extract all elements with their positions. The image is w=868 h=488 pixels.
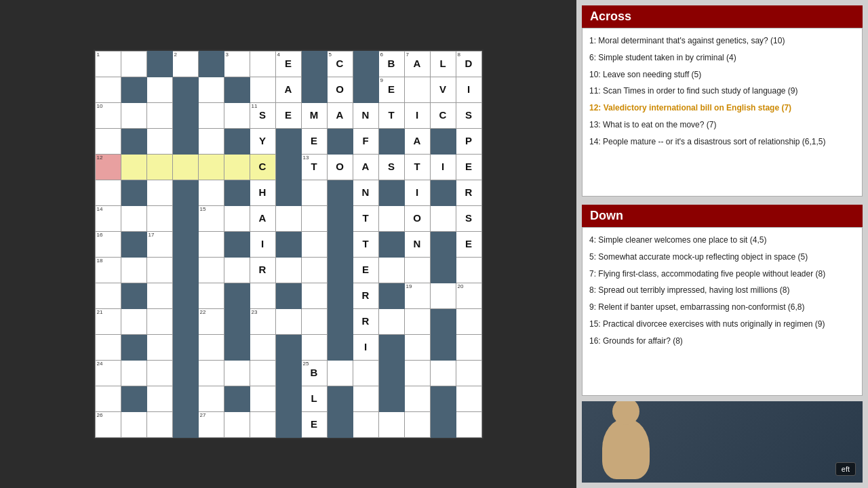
cell-8-9[interactable] — [327, 257, 353, 283]
cell-5-3[interactable] — [172, 180, 198, 205]
cell-5-1[interactable] — [121, 180, 146, 205]
cell-11-5[interactable] — [224, 334, 250, 360]
cell-8-1[interactable] — [121, 257, 146, 283]
cell-1-3[interactable] — [172, 77, 198, 102]
across-clue-14[interactable]: 14: People mature -- or it's a disastrou… — [588, 134, 856, 150]
cell-4-4[interactable] — [198, 154, 224, 180]
cell-3-1[interactable] — [121, 128, 146, 154]
cell-10-6[interactable]: 23 — [250, 308, 275, 334]
cell-0-1[interactable] — [121, 51, 146, 77]
cell-2-5[interactable] — [224, 102, 250, 128]
cell-11-14[interactable] — [456, 334, 481, 360]
cell-4-12[interactable]: T — [404, 154, 430, 180]
cell-9-3[interactable] — [172, 283, 198, 308]
cell-11-0[interactable] — [95, 334, 121, 360]
cell-0-12[interactable]: 7A — [404, 51, 430, 77]
cell-5-13[interactable] — [430, 180, 456, 205]
cell-9-1[interactable] — [121, 283, 146, 308]
cell-9-9[interactable] — [327, 283, 353, 308]
cell-5-8[interactable] — [301, 180, 327, 205]
cell-7-13[interactable] — [430, 231, 456, 257]
cell-4-6[interactable]: C — [250, 154, 275, 180]
cell-10-12[interactable] — [404, 308, 430, 334]
cell-9-0[interactable] — [95, 283, 121, 308]
cell-13-4[interactable] — [198, 386, 224, 411]
cell-12-2[interactable] — [146, 360, 172, 386]
cell-2-4[interactable] — [198, 102, 224, 128]
cell-12-14[interactable] — [456, 360, 481, 386]
cell-0-7[interactable]: 4E — [275, 51, 301, 77]
cell-0-5[interactable]: 3 — [224, 51, 250, 77]
cell-0-3[interactable]: 2 — [172, 51, 198, 77]
cell-3-2[interactable] — [146, 128, 172, 154]
cell-8-11[interactable] — [378, 257, 404, 283]
cell-11-10[interactable]: I — [353, 334, 378, 360]
across-clue-13[interactable]: 13: What is to eat on the move? (7) — [588, 117, 856, 134]
cell-10-0[interactable]: 21 — [95, 308, 121, 334]
cell-10-4[interactable]: 22 — [198, 308, 224, 334]
cell-10-5[interactable] — [224, 308, 250, 334]
cell-7-7[interactable] — [275, 231, 301, 257]
cell-6-6[interactable]: A — [250, 205, 275, 231]
cell-5-7[interactable] — [275, 180, 301, 205]
cell-7-14[interactable]: E — [456, 231, 481, 257]
cell-3-13[interactable] — [430, 128, 456, 154]
cell-2-2[interactable] — [146, 102, 172, 128]
cell-1-13[interactable]: V — [430, 77, 456, 102]
cell-8-5[interactable] — [224, 257, 250, 283]
cell-7-1[interactable] — [121, 231, 146, 257]
cell-6-3[interactable] — [172, 205, 198, 231]
cell-5-0[interactable] — [95, 180, 121, 205]
cell-14-6[interactable] — [250, 411, 275, 437]
cell-2-3[interactable] — [172, 102, 198, 128]
across-clue-6[interactable]: 6: Simple student taken in by criminal (… — [588, 49, 856, 66]
cell-9-14[interactable]: 20 — [456, 283, 481, 308]
cell-1-4[interactable] — [198, 77, 224, 102]
cell-10-14[interactable] — [456, 308, 481, 334]
cell-2-12[interactable]: I — [404, 102, 430, 128]
cell-4-5[interactable] — [224, 154, 250, 180]
cell-8-2[interactable] — [146, 257, 172, 283]
cell-10-13[interactable] — [430, 308, 456, 334]
cell-9-11[interactable] — [378, 283, 404, 308]
cell-6-9[interactable] — [327, 205, 353, 231]
cell-2-6[interactable]: 11S — [250, 102, 275, 128]
cell-8-3[interactable] — [172, 257, 198, 283]
cell-5-12[interactable]: I — [404, 180, 430, 205]
cell-2-8[interactable]: M — [301, 102, 327, 128]
cell-11-3[interactable] — [172, 334, 198, 360]
cell-10-10[interactable]: R — [353, 308, 378, 334]
cell-5-14[interactable]: R — [456, 180, 481, 205]
cell-6-2[interactable] — [146, 205, 172, 231]
cell-1-1[interactable] — [121, 77, 146, 102]
cell-0-11[interactable]: 6B — [378, 51, 404, 77]
cell-14-2[interactable] — [146, 411, 172, 437]
cell-1-11[interactable]: 9E — [378, 77, 404, 102]
cell-8-0[interactable]: 18 — [95, 257, 121, 283]
cell-4-9[interactable]: O — [327, 154, 353, 180]
cell-1-2[interactable] — [146, 77, 172, 102]
cell-14-3[interactable] — [172, 411, 198, 437]
cell-4-8[interactable]: 13T — [301, 154, 327, 180]
cell-14-13[interactable] — [430, 411, 456, 437]
cell-8-6[interactable]: R — [250, 257, 275, 283]
cell-14-9[interactable] — [327, 411, 353, 437]
cell-2-1[interactable] — [121, 102, 146, 128]
cell-7-3[interactable] — [172, 231, 198, 257]
cell-4-11[interactable]: S — [378, 154, 404, 180]
cell-7-6[interactable]: I — [250, 231, 275, 257]
cell-5-4[interactable] — [198, 180, 224, 205]
cell-11-6[interactable] — [250, 334, 275, 360]
cell-12-0[interactable]: 24 — [95, 360, 121, 386]
cell-7-8[interactable] — [301, 231, 327, 257]
cell-9-7[interactable] — [275, 283, 301, 308]
cell-8-8[interactable] — [301, 257, 327, 283]
cell-9-4[interactable] — [198, 283, 224, 308]
cell-0-9[interactable]: 5C — [327, 51, 353, 77]
cell-5-9[interactable] — [327, 180, 353, 205]
cell-13-5[interactable] — [224, 386, 250, 411]
cell-13-1[interactable] — [121, 386, 146, 411]
cell-13-11[interactable] — [378, 386, 404, 411]
cell-2-7[interactable]: E — [275, 102, 301, 128]
cell-11-8[interactable] — [301, 334, 327, 360]
